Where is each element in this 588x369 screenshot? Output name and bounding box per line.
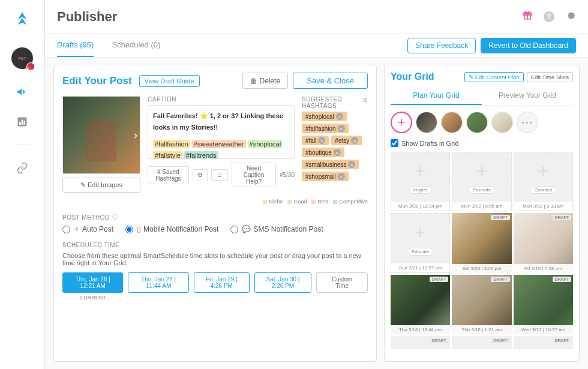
time-slot-button[interactable]: Thu, Jan 28 | 12:21 AM bbox=[62, 272, 123, 293]
svg-rect-3 bbox=[24, 121, 26, 125]
hashtag-inline: #fallfashion bbox=[153, 140, 190, 148]
hashtag-chip[interactable]: #shopsmall× bbox=[302, 172, 349, 181]
plus-icon: + bbox=[415, 221, 426, 244]
edit-images-button[interactable]: ✎ Edit Images bbox=[62, 178, 140, 193]
cell-timestamp: Thu 3/18 | 12:44 pm bbox=[391, 325, 450, 334]
remove-chip-icon[interactable]: × bbox=[334, 149, 341, 156]
hashtag-chip[interactable]: #fall× bbox=[302, 136, 329, 145]
edit-content-plan-button[interactable]: ✎ Edit Content Plan bbox=[464, 72, 524, 82]
grid-cell[interactable]: +ConnectMon 3/22 | 3:33 am bbox=[514, 152, 573, 211]
delete-button[interactable]: 🗑Delete bbox=[242, 73, 289, 89]
draft-thumb[interactable] bbox=[441, 112, 463, 133]
grid-cell[interactable]: +InspireMon 3/22 | 12:34 pm bbox=[391, 152, 450, 211]
radio-mobile-post[interactable]: ▯Mobile Notification Post bbox=[125, 225, 218, 233]
draft-thumb[interactable] bbox=[416, 112, 437, 133]
edit-post-panel: Edit Your Post View Draft Guide 🗑Delete … bbox=[53, 65, 377, 362]
remove-chip-icon[interactable]: × bbox=[338, 125, 345, 132]
tab-drafts[interactable]: Drafts (95) bbox=[57, 34, 94, 57]
hashtag-chip[interactable]: #smallbusiness× bbox=[302, 160, 359, 169]
link-icon[interactable] bbox=[15, 161, 29, 175]
grid-cell[interactable]: +EducateSun 3/21 | 11:57 pm bbox=[391, 213, 450, 272]
draft-badge: DRAFT bbox=[491, 215, 509, 220]
saved-hashtags-button[interactable]: # Saved Hashtags bbox=[148, 166, 189, 184]
grid-cell[interactable]: DRAFT bbox=[391, 336, 450, 349]
suggested-label: SUGGESTED HASHTAGS bbox=[302, 96, 362, 109]
grid-cell[interactable]: +PromoteMon 3/22 | 8:55 am bbox=[452, 152, 511, 211]
grid-cell[interactable]: DRAFTThu 3/18 | 1:21 am bbox=[452, 275, 511, 334]
draft-badge: DRAFT bbox=[553, 215, 571, 220]
share-feedback-button[interactable]: Share Feedback bbox=[407, 38, 476, 53]
remove-chip-icon[interactable]: × bbox=[318, 137, 325, 144]
hashtag-chip[interactable]: #boutique× bbox=[302, 148, 344, 157]
draft-thumb[interactable] bbox=[466, 112, 488, 133]
help-icon[interactable]: ? bbox=[544, 11, 554, 22]
caption-input[interactable]: Fall Favorites! ⭐ 1, 2 or 3? Linking the… bbox=[148, 105, 295, 159]
draft-badge: DRAFT bbox=[491, 277, 509, 282]
plane-icon: ✈ bbox=[74, 225, 80, 233]
copy-icon[interactable]: ⧉ bbox=[193, 169, 208, 181]
time-slot-button[interactable]: Sat, Jan 30 | 2:26 PM bbox=[254, 272, 312, 293]
app-logo bbox=[14, 11, 31, 32]
save-close-button[interactable]: Save & Close bbox=[293, 73, 368, 89]
tab-scheduled[interactable]: Scheduled (0) bbox=[112, 34, 160, 57]
gift-icon[interactable] bbox=[522, 10, 533, 23]
scheduled-time-label: SCHEDULED TIME bbox=[62, 242, 368, 248]
chevron-right-icon[interactable]: › bbox=[134, 129, 137, 142]
cell-timestamp: Mon 3/22 | 12:34 pm bbox=[391, 202, 449, 211]
more-drafts-button[interactable]: ••• bbox=[517, 112, 538, 133]
cell-timestamp: Thu 3/18 | 1:21 am bbox=[452, 325, 511, 334]
grid-cell[interactable]: DRAFTThu 3/18 | 12:44 pm bbox=[391, 275, 450, 334]
time-slot-button[interactable]: Thu, Jan 28 | 11:44 AM bbox=[128, 272, 188, 293]
grid-cell[interactable]: DRAFTFri 3/19 | 5:28 pm bbox=[514, 213, 573, 272]
analytics-icon[interactable] bbox=[15, 115, 29, 129]
view-draft-guide-button[interactable]: View Draft Guide bbox=[139, 75, 200, 87]
grid-cell[interactable]: DRAFT bbox=[452, 336, 511, 349]
remove-chip-icon[interactable]: × bbox=[336, 113, 343, 120]
custom-time-button[interactable]: Custom Time bbox=[316, 272, 368, 293]
cell-timestamp: Wed 3/17 | 10:37 am bbox=[514, 325, 573, 334]
grid-cell[interactable]: DRAFTWed 3/17 | 10:37 am bbox=[514, 275, 573, 334]
add-post-circle[interactable]: + bbox=[391, 112, 412, 133]
show-drafts-checkbox[interactable] bbox=[391, 139, 398, 147]
cell-timestamp: Sun 3/21 | 11:57 pm bbox=[391, 263, 449, 272]
tab-preview-grid[interactable]: Preview Your Grid bbox=[482, 87, 573, 105]
cell-timestamp: Mon 3/22 | 8:55 am bbox=[452, 202, 511, 211]
hashtag-chip[interactable]: #shoplocal× bbox=[302, 112, 347, 121]
remove-chip-icon[interactable]: × bbox=[348, 161, 355, 168]
your-grid-panel: Your Grid ✎ Edit Content Plan Edit Time … bbox=[384, 65, 580, 362]
tab-plan-grid[interactable]: Plan Your Grid bbox=[391, 87, 482, 105]
your-grid-title: Your Grid bbox=[391, 71, 434, 82]
info-icon[interactable]: ⓘ bbox=[112, 213, 119, 221]
draft-badge: DRAFT bbox=[491, 338, 509, 343]
draft-badge: DRAFT bbox=[553, 277, 571, 282]
draft-badge: DRAFT bbox=[553, 338, 571, 343]
top-bar: Publisher ? bbox=[45, 0, 588, 34]
nav-divider bbox=[13, 145, 31, 145]
megaphone-icon[interactable] bbox=[15, 85, 29, 99]
remove-chip-icon[interactable]: × bbox=[351, 137, 358, 144]
grid-cell[interactable]: DRAFT bbox=[514, 336, 573, 349]
draft-thumb[interactable] bbox=[491, 112, 513, 133]
grid-cell[interactable]: DRAFTSat 3/20 | 3:26 pm bbox=[452, 213, 511, 272]
hashtag-inline: #fallstyle bbox=[153, 151, 182, 159]
caption-label: CAPTION bbox=[148, 96, 176, 103]
shuffle-icon[interactable]: ⤭ bbox=[362, 96, 368, 109]
radio-auto-post[interactable]: ✈Auto Post bbox=[62, 225, 113, 233]
remove-chip-icon[interactable]: × bbox=[338, 173, 345, 180]
account-avatar[interactable]: P&T bbox=[11, 47, 33, 69]
caption-help-button[interactable]: Need Caption Help? bbox=[232, 163, 276, 187]
cell-timestamp: Fri 3/19 | 5:28 pm bbox=[514, 264, 573, 273]
emoji-icon[interactable]: ☺ bbox=[211, 169, 228, 181]
post-method-label: POST METHOD bbox=[62, 214, 110, 221]
time-slot-button[interactable]: Fri, Jan 29 | 4:26 PM bbox=[194, 272, 250, 293]
edit-time-slots-button[interactable]: Edit Time Slots bbox=[527, 72, 573, 82]
hashtag-chip[interactable]: #etsy× bbox=[331, 136, 362, 145]
edit-post-title: Edit Your Post bbox=[62, 75, 132, 87]
cell-timestamp: Mon 3/22 | 3:33 am bbox=[514, 202, 572, 211]
hashtag-inline: #sweaterweather bbox=[192, 140, 246, 148]
settings-icon[interactable] bbox=[565, 10, 576, 23]
hashtag-chip[interactable]: #fallfashion× bbox=[302, 124, 349, 133]
revert-dashboard-button[interactable]: Revert to Old Dashboard bbox=[481, 38, 576, 53]
svg-rect-2 bbox=[22, 120, 23, 125]
radio-sms-post[interactable]: 💬SMS Notification Post bbox=[230, 225, 323, 233]
